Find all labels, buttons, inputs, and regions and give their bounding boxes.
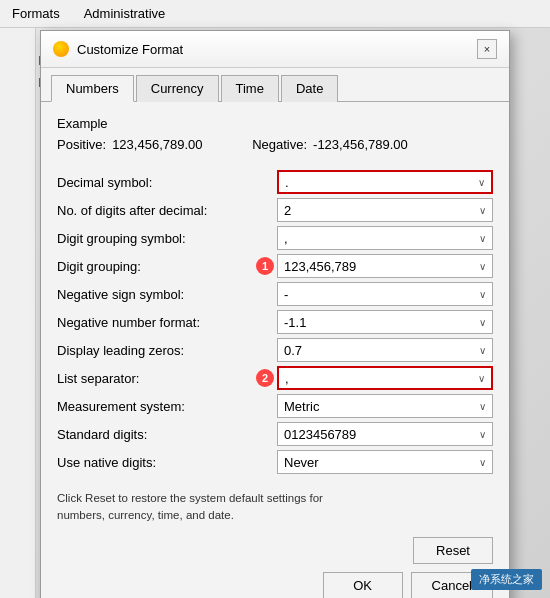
negative-number-format-arrow: ∨ [479,317,486,328]
setting-digits-after-decimal: No. of digits after decimal: 2 ∨ [57,196,493,224]
digit-grouping-symbol-value: , [284,231,479,246]
example-row: Positive: 123,456,789.00 Negative: -123,… [57,137,493,152]
setting-negative-number-format: Negative number format: -1.1 ∨ [57,308,493,336]
setting-decimal-symbol: Decimal symbol: . ∨ [57,168,493,196]
footer-help-text: Click Reset to restore the system defaul… [57,490,357,525]
dialog-title: Customize Format [77,42,469,57]
ok-button[interactable]: OK [323,572,403,599]
list-separator-value: , [285,371,478,386]
watermark: 净系统之家 [471,569,542,590]
setting-measurement-system: Measurement system: Metric ∨ [57,392,493,420]
standard-digits-value: 0123456789 [284,427,479,442]
setting-display-leading-zeros: Display leading zeros: 0.7 ∨ [57,336,493,364]
tab-numbers[interactable]: Numbers [51,75,134,102]
example-section: Example Positive: 123,456,789.00 Negativ… [57,116,493,152]
digit-grouping-value: 123,456,789 [284,259,479,274]
positive-example: Positive: 123,456,789.00 [57,137,232,152]
customize-format-dialog: Customize Format × Numbers Currency Time… [40,30,510,598]
negative-example: Negative: -123,456,789.00 [252,137,433,152]
tab-currency[interactable]: Currency [136,75,219,102]
setting-digit-grouping: Digit grouping: 123,456,789 ∨ 1 [57,252,493,280]
tab-time[interactable]: Time [221,75,279,102]
annotation-1: 1 [256,257,274,275]
digit-grouping-label: Digit grouping: [57,255,277,278]
display-leading-zeros-control: 0.7 ∨ [277,338,493,362]
digit-grouping-symbol-dropdown[interactable]: , ∨ [277,226,493,250]
tab-date[interactable]: Date [281,75,338,102]
positive-label: Positive: [57,137,106,152]
negative-sign-label: Negative sign symbol: [57,283,277,306]
digits-after-decimal-dropdown[interactable]: 2 ∨ [277,198,493,222]
tab-bar: Numbers Currency Time Date [41,68,509,102]
display-leading-zeros-arrow: ∨ [479,345,486,356]
digit-grouping-dropdown[interactable]: 123,456,789 ∨ [277,254,493,278]
digits-after-decimal-arrow: ∨ [479,205,486,216]
title-bar: Customize Format × [41,31,509,68]
list-separator-arrow: ∨ [478,373,485,384]
negative-sign-control: - ∨ [277,282,493,306]
settings-list: Decimal symbol: . ∨ No. of digits after … [57,168,493,476]
display-leading-zeros-value: 0.7 [284,343,479,358]
decimal-symbol-dropdown[interactable]: . ∨ [277,170,493,194]
measurement-system-value: Metric [284,399,479,414]
positive-value: 123,456,789.00 [112,137,232,152]
standard-digits-arrow: ∨ [479,429,486,440]
example-label: Example [57,116,493,131]
digits-after-decimal-value: 2 [284,203,479,218]
dialog-icon [53,41,69,57]
measurement-system-label: Measurement system: [57,395,277,418]
negative-number-format-label: Negative number format: [57,311,277,334]
decimal-symbol-control: . ∨ [277,170,493,194]
setting-negative-sign: Negative sign symbol: - ∨ [57,280,493,308]
setting-list-separator: List separator: , ∨ 2 [57,364,493,392]
negative-number-format-value: -1.1 [284,315,479,330]
display-leading-zeros-dropdown[interactable]: 0.7 ∨ [277,338,493,362]
reset-button[interactable]: Reset [413,537,493,564]
use-native-digits-label: Use native digits: [57,451,277,474]
decimal-symbol-label: Decimal symbol: [57,171,277,194]
list-separator-dropdown[interactable]: , ∨ [277,366,493,390]
negative-label: Negative: [252,137,307,152]
setting-standard-digits: Standard digits: 0123456789 ∨ [57,420,493,448]
digit-grouping-symbol-arrow: ∨ [479,233,486,244]
negative-number-format-dropdown[interactable]: -1.1 ∨ [277,310,493,334]
use-native-digits-control: Never ∨ [277,450,493,474]
negative-number-format-control: -1.1 ∨ [277,310,493,334]
setting-use-native-digits: Use native digits: Never ∨ [57,448,493,476]
close-button[interactable]: × [477,39,497,59]
negative-sign-arrow: ∨ [479,289,486,300]
negative-value: -123,456,789.00 [313,137,433,152]
menu-format[interactable]: Formats [8,4,64,23]
measurement-system-control: Metric ∨ [277,394,493,418]
list-separator-control: , ∨ [277,366,493,390]
decimal-symbol-value: . [285,175,478,190]
menu-administrative[interactable]: Administrative [80,4,170,23]
digit-grouping-symbol-control: , ∨ [277,226,493,250]
display-leading-zeros-label: Display leading zeros: [57,339,277,362]
measurement-system-dropdown[interactable]: Metric ∨ [277,394,493,418]
standard-digits-label: Standard digits: [57,423,277,446]
negative-sign-dropdown[interactable]: - ∨ [277,282,493,306]
digit-grouping-symbol-label: Digit grouping symbol: [57,227,277,250]
digit-grouping-control: 123,456,789 ∨ [277,254,493,278]
annotation-2: 2 [256,369,274,387]
list-separator-label: List separator: [57,367,277,390]
setting-digit-grouping-symbol: Digit grouping symbol: , ∨ [57,224,493,252]
standard-digits-dropdown[interactable]: 0123456789 ∨ [277,422,493,446]
standard-digits-control: 0123456789 ∨ [277,422,493,446]
measurement-system-arrow: ∨ [479,401,486,412]
use-native-digits-value: Never [284,455,479,470]
use-native-digits-arrow: ∨ [479,457,486,468]
digit-grouping-arrow: ∨ [479,261,486,272]
footer-buttons: Reset [57,537,493,564]
digits-after-decimal-label: No. of digits after decimal: [57,199,277,222]
digits-after-decimal-control: 2 ∨ [277,198,493,222]
ok-cancel-buttons: OK Cancel [57,572,493,599]
negative-sign-value: - [284,287,479,302]
use-native-digits-dropdown[interactable]: Never ∨ [277,450,493,474]
decimal-symbol-arrow: ∨ [478,177,485,188]
